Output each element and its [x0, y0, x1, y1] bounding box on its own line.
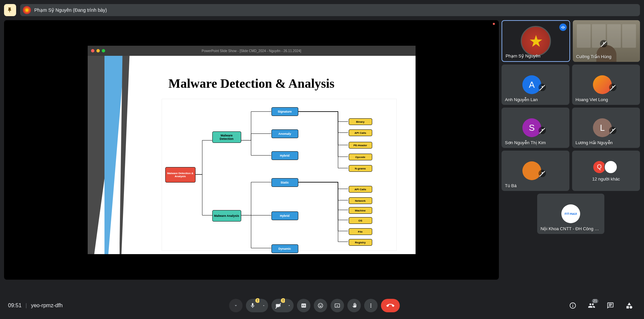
chevron-up-icon	[262, 304, 265, 307]
chevron-up-icon	[288, 304, 291, 307]
traffic-lights	[91, 49, 105, 52]
diagram-node: Binary	[349, 118, 372, 125]
avatar-stack: Q	[595, 160, 617, 174]
diagram-node: Signature	[271, 107, 298, 116]
window-title: PowerPoint Slide Show - [Slide CMD_2024 …	[202, 49, 301, 53]
clock-label: 09:51	[8, 303, 22, 309]
activities-button[interactable]	[622, 299, 636, 312]
diagram-node-detection: Malware Detection	[212, 131, 241, 143]
participant-name: Sơn Nguyễn Thị Kim	[505, 140, 546, 145]
meeting-info[interactable]: 09:51 | yeo-rpmz-dfh	[8, 303, 62, 309]
mic-control-group: !	[246, 299, 268, 312]
slide-content: Malware Detection & Analysis	[88, 56, 416, 254]
raise-hand-button[interactable]	[347, 299, 361, 312]
diagram-node: API Calls	[349, 186, 372, 193]
chat-icon	[607, 302, 614, 309]
slide-title: Malware Detection & Analysis	[168, 76, 334, 91]
diagram-node-root: Malware Detection & Analysis	[165, 167, 196, 183]
more-options-button[interactable]	[364, 299, 378, 312]
controls: ! !	[229, 299, 400, 312]
top-bar: ★ Phạm Sỹ Nguyên (Đang trình bày)	[0, 0, 644, 20]
diagram-node: File	[349, 228, 372, 235]
diagram-node: Opcode	[349, 154, 372, 160]
camera-off-icon	[275, 303, 281, 309]
muted-icon	[600, 40, 607, 47]
participant-tile[interactable]: Hoang Viet Long	[572, 65, 640, 105]
diagram-node: Hybrid	[271, 211, 298, 220]
diagram-node: N-grams	[349, 165, 372, 172]
avatar-icon: L	[593, 118, 612, 137]
collapse-button[interactable]	[229, 299, 243, 312]
presenter-label: Phạm Sỹ Nguyên (Đang trình bày)	[34, 7, 107, 13]
pin-button[interactable]	[4, 4, 16, 16]
mic-icon	[250, 303, 256, 309]
present-button[interactable]	[331, 299, 344, 312]
main-area: PowerPoint Slide Show - [Slide CMD_2024 …	[0, 20, 644, 280]
participant-tile[interactable]: Cường Trần Hùng	[573, 20, 640, 62]
avatar-icon: S	[522, 118, 541, 137]
diagram-node: Static	[271, 178, 298, 187]
pin-icon	[7, 7, 13, 13]
divider: |	[26, 303, 27, 309]
diagram-node: PE-Header	[349, 142, 372, 149]
participant-name: Hoang Viet Long	[575, 97, 608, 102]
participant-name: Cường Trần Hùng	[576, 54, 611, 59]
diagram-node: Network	[349, 197, 372, 204]
participant-tile[interactable]: S Sơn Nguyễn Thị Kim	[502, 108, 569, 148]
participant-tile[interactable]: L Lương Hải Nguyễn	[572, 108, 640, 148]
camera-menu-button[interactable]	[285, 299, 294, 312]
diagram-node: API Calls	[349, 129, 372, 136]
hangup-button[interactable]	[381, 299, 400, 312]
reactions-button[interactable]	[314, 299, 327, 312]
meeting-code: yeo-rpmz-dfh	[31, 303, 62, 309]
close-icon	[91, 49, 94, 52]
presenter-avatar-icon: ★	[23, 6, 31, 14]
present-icon	[334, 303, 340, 309]
participant-tile[interactable]: FIT-HaUI Nội Khoa CNTT - ĐH Công ng...	[537, 194, 604, 234]
muted-icon	[539, 127, 546, 134]
maximize-icon	[102, 49, 105, 52]
participant-tile[interactable]: ★ Phạm Sỹ Nguyên	[502, 20, 570, 62]
mic-button[interactable]: !	[246, 299, 259, 312]
muted-icon	[609, 84, 616, 91]
muted-icon	[539, 84, 546, 91]
meeting-details-button[interactable]	[566, 299, 579, 312]
diagram-node: Registry	[349, 239, 372, 246]
participant-tile[interactable]: A Anh Nguyễn Lan	[502, 65, 569, 105]
diagram-node: Machine	[349, 207, 372, 214]
participant-tile[interactable]: Tú Bá	[502, 151, 569, 191]
captions-icon	[301, 303, 307, 309]
captions-button[interactable]	[297, 299, 310, 312]
diagram-node: OS	[349, 217, 372, 224]
diagram-node-analysis: Malware Analysis	[212, 210, 241, 222]
shapes-icon	[626, 302, 633, 309]
participant-name: Nội Khoa CNTT - ĐH Công ng...	[541, 226, 601, 231]
diagram-node: Anomaly	[271, 129, 298, 138]
diagram-node: Dynamic	[271, 244, 298, 253]
chat-button[interactable]	[604, 299, 617, 312]
camera-button[interactable]: !	[271, 299, 285, 312]
presenter-pill[interactable]: ★ Phạm Sỹ Nguyên (Đang trình bày)	[20, 4, 640, 16]
avatar-icon	[522, 161, 541, 180]
chevron-down-icon	[233, 303, 239, 308]
phone-hangup-icon	[386, 302, 394, 310]
overflow-tile[interactable]: Q 12 người khác	[572, 151, 640, 191]
bottom-bar: 09:51 | yeo-rpmz-dfh ! !	[0, 292, 644, 319]
mac-titlebar: PowerPoint Slide Show - [Slide CMD_2024 …	[88, 46, 416, 56]
people-button[interactable]: 21	[585, 299, 598, 312]
shared-window: PowerPoint Slide Show - [Slide CMD_2024 …	[88, 46, 416, 254]
participant-name: Anh Nguyễn Lan	[505, 97, 538, 102]
presentation-view[interactable]: PowerPoint Slide Show - [Slide CMD_2024 …	[4, 20, 499, 280]
diagram: Malware Detection & Analysis Malware Det…	[162, 99, 397, 251]
side-controls: 21	[566, 299, 636, 312]
avatar-icon	[593, 75, 612, 94]
avatar-icon: A	[522, 75, 541, 94]
mic-menu-button[interactable]	[259, 299, 268, 312]
recording-dot-icon	[493, 23, 495, 25]
avatar-icon: ★	[521, 26, 551, 56]
emoji-icon	[317, 303, 324, 309]
participant-name: Phạm Sỹ Nguyên	[506, 53, 540, 58]
participant-name: Tú Bá	[505, 183, 517, 188]
overflow-label: 12 người khác	[592, 176, 620, 182]
speaking-icon	[559, 24, 567, 31]
